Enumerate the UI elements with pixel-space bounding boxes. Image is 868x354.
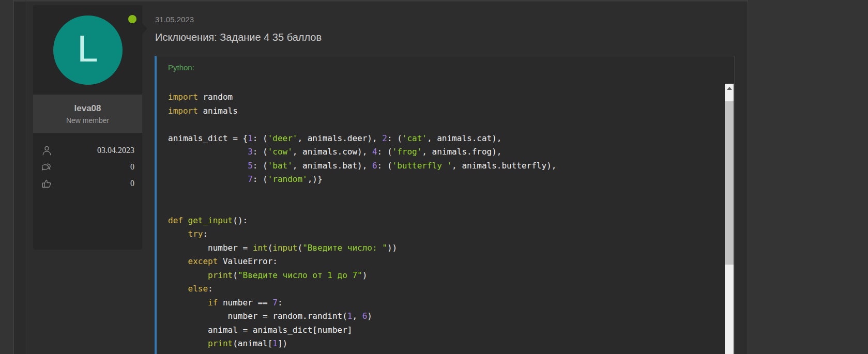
code-line: 7: ('random',)} [168, 173, 713, 187]
code-block: Python: import randomimport animals anim… [155, 56, 735, 354]
joined-date: 03.04.2023 [97, 146, 134, 155]
code-language-label: Python: [157, 56, 734, 72]
stats-section: 03.04.2023 0 0 [33, 133, 142, 190]
avatar-letter: L [77, 30, 98, 67]
code-line: number = random.randint(1, 6) [168, 310, 713, 324]
messages-icon [41, 161, 53, 173]
avatar-section: L [33, 5, 142, 95]
likes-count: 0 [130, 179, 134, 188]
scrollbar[interactable] [725, 84, 734, 354]
scrollbar-thumb[interactable] [725, 101, 734, 265]
code-line: number = int(input("Введите число: ")) [168, 241, 713, 255]
post-date: 31.05.2023 [155, 15, 194, 24]
avatar[interactable]: L [53, 16, 123, 85]
code-line [168, 187, 713, 201]
code-line: import animals [168, 104, 713, 118]
user-card-tail [142, 23, 147, 34]
code-line: if number == 7: [168, 296, 713, 310]
user-card: L leva08 New member 03.04.2023 0 0 [33, 5, 142, 250]
code-line [168, 200, 713, 214]
online-indicator [128, 15, 136, 23]
scroll-up-button[interactable] [725, 84, 734, 93]
user-role: New member [66, 116, 109, 125]
code-line: animals_dict = {1: ('deer', animals.deer… [168, 132, 713, 146]
scroll-up-icon [727, 87, 732, 90]
code-line [168, 118, 713, 132]
stat-row-joined: 03.04.2023 [41, 144, 134, 157]
user-icon [41, 145, 53, 157]
code-line: 5: ('bat', animals.bat), 6: ('butterfly … [168, 159, 713, 173]
code-line: 3: ('cow', animals.cow), 4: ('frog', ani… [168, 145, 713, 159]
code-line: print("Введите число от 1 до 7") [168, 269, 713, 283]
code-content[interactable]: import randomimport animals animals_dict… [168, 90, 713, 351]
likes-icon [41, 178, 53, 190]
code-line: animal = animals_dict[number] [168, 324, 713, 337]
code-line: import random [168, 90, 713, 104]
code-line: try: [168, 227, 713, 241]
messages-count: 0 [130, 162, 134, 172]
username-section: leva08 New member [33, 95, 142, 133]
code-line: else: [168, 282, 713, 296]
post-title: Исключения: Задание 4 35 баллов [155, 32, 322, 43]
code-line: def get_input(): [168, 214, 713, 228]
stat-row-likes: 0 [41, 177, 134, 190]
code-line: except ValueError: [168, 255, 713, 269]
code-line: print(animal[1]) [168, 337, 713, 351]
username[interactable]: leva08 [74, 103, 101, 114]
stat-row-messages: 0 [41, 161, 134, 173]
